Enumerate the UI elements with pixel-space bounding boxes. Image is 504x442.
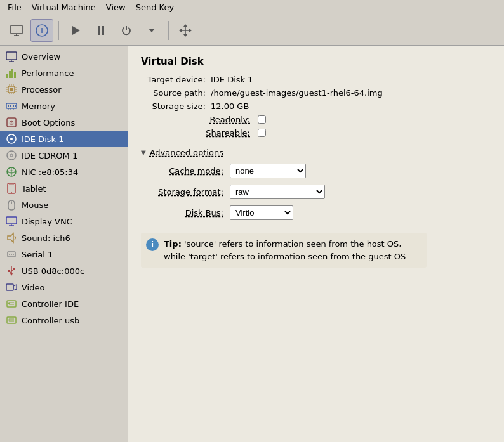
svg-rect-7	[102, 26, 104, 35]
sidebar-item-memory[interactable]: Memory	[0, 98, 128, 114]
svg-rect-39	[13, 105, 14, 107]
sidebar-item-mouse[interactable]: Mouse	[0, 197, 128, 213]
sidebar-item-video[interactable]: Video	[0, 279, 128, 296]
sidebar-label-sound: Sound: ich6	[22, 233, 70, 243]
sidebar-item-serial-1[interactable]: Serial 1	[0, 246, 128, 263]
svg-rect-20	[11, 69, 13, 78]
content-area: Virtual Disk Target device: IDE Disk 1 S…	[128, 46, 504, 442]
sidebar-label-serial-1: Serial 1	[22, 250, 53, 259]
svg-marker-5	[72, 26, 80, 35]
move-button[interactable]	[174, 19, 197, 42]
sidebar-item-sound[interactable]: Sound: ich6	[0, 230, 128, 246]
tablet-icon	[5, 182, 18, 195]
performance-icon	[5, 67, 18, 79]
menu-virtual-machine[interactable]: Virtual Machine	[27, 1, 101, 13]
info-icon: i	[35, 23, 49, 37]
sidebar-item-controller-usb[interactable]: Controller usb	[0, 312, 128, 328]
page-title: Virtual Disk	[141, 56, 491, 67]
sidebar-item-display-vnc[interactable]: Display VNC	[0, 213, 128, 230]
svg-point-64	[13, 254, 14, 255]
tip-body: 'source' refers to information seen from…	[164, 239, 406, 261]
advanced-toggle[interactable]: ▼ Advanced options	[141, 148, 491, 157]
storage-size-row: Storage size: 12.00 GB	[141, 101, 491, 111]
cache-mode-select[interactable]: none default writethrough writeback dire…	[230, 164, 306, 178]
toolbar-separator-2	[168, 21, 169, 40]
shareable-checkbox[interactable]	[258, 129, 266, 137]
sidebar-item-usb[interactable]: USB 0d8c:000c	[0, 263, 128, 279]
mouse-icon	[5, 198, 18, 211]
menubar: File Virtual Machine View Send Key	[0, 0, 504, 15]
target-device-value: IDE Disk 1	[211, 75, 253, 84]
disk-bus-row: Disk Bus: Virtio IDE SCSI USB SD	[154, 205, 491, 220]
svg-rect-23	[10, 88, 13, 91]
shareable-label: Shareable:	[185, 128, 255, 138]
menu-file[interactable]: File	[3, 1, 27, 13]
svg-rect-19	[9, 71, 11, 78]
pause-button[interactable]	[90, 19, 112, 42]
svg-rect-37	[8, 105, 9, 107]
power-dropdown-button[interactable]	[140, 19, 163, 42]
sidebar-label-overview: Overview	[22, 52, 60, 62]
sidebar-item-ide-cdrom-1[interactable]: IDE CDROM 1	[0, 147, 128, 164]
play-icon	[69, 24, 82, 37]
storage-format-select[interactable]: raw qcow2 vmdk vdi bochs	[230, 185, 325, 199]
source-path-label: Source path:	[141, 88, 211, 98]
advanced-toggle-label: Advanced options	[150, 148, 223, 157]
svg-rect-71	[6, 284, 13, 290]
sidebar-item-nic[interactable]: NIC :e8:05:34	[0, 164, 128, 180]
sidebar-label-controller-ide: Controller IDE	[22, 299, 79, 309]
boot-options-icon: ⚙	[5, 116, 18, 129]
sidebar-label-usb: USB 0d8c:000c	[22, 266, 84, 276]
sidebar-label-processor: Processor	[22, 85, 62, 94]
play-button[interactable]	[64, 19, 87, 42]
disk-bus-label: Disk Bus:	[154, 208, 230, 218]
svg-marker-11	[183, 24, 187, 27]
svg-rect-6	[98, 26, 100, 35]
svg-marker-14	[189, 29, 192, 32]
sidebar-label-display-vnc: Display VNC	[22, 217, 72, 226]
memory-icon	[5, 100, 18, 112]
advanced-triangle-icon: ▼	[141, 149, 146, 156]
svg-marker-8	[149, 29, 155, 32]
readonly-checkbox[interactable]	[258, 115, 266, 124]
sidebar-item-overview[interactable]: Overview	[0, 48, 128, 65]
sidebar-item-processor[interactable]: Processor	[0, 81, 128, 98]
source-path-row: Source path: /home/guest-images/guest1-r…	[141, 88, 491, 98]
sidebar-label-ide-cdrom-1: IDE CDROM 1	[22, 151, 77, 160]
svg-text:i: i	[41, 27, 43, 34]
info-button[interactable]: i	[30, 19, 53, 42]
svg-rect-0	[11, 25, 22, 34]
menu-send-key[interactable]: Send Key	[131, 1, 179, 13]
storage-format-row: Storage format: raw qcow2 vmdk vdi bochs	[154, 185, 491, 199]
target-device-row: Target device: IDE Disk 1	[141, 75, 491, 84]
power-button[interactable]	[115, 19, 138, 42]
svg-rect-73	[7, 301, 16, 307]
monitor-icon	[10, 23, 23, 37]
sidebar-item-tablet[interactable]: Tablet	[0, 180, 128, 197]
sidebar-label-video: Video	[22, 283, 44, 292]
svg-text:⚙: ⚙	[9, 120, 14, 126]
ide-disk-1-icon	[5, 133, 18, 145]
target-device-label: Target device:	[141, 75, 211, 84]
svg-rect-57	[6, 217, 17, 224]
disk-bus-select[interactable]: Virtio IDE SCSI USB SD	[230, 205, 293, 220]
shareable-row: Shareable:	[185, 128, 491, 138]
usb-icon	[5, 264, 18, 277]
sidebar-item-controller-ide[interactable]: Controller IDE	[0, 296, 128, 312]
monitor-button[interactable]	[5, 19, 28, 42]
advanced-section: ▼ Advanced options Cache mode: none defa…	[141, 148, 491, 220]
storage-format-label: Storage format:	[154, 187, 230, 197]
tip-text: Tip: 'source' refers to information seen…	[164, 238, 421, 263]
cache-mode-row: Cache mode: none default writethrough wr…	[154, 164, 491, 178]
pause-icon	[95, 24, 107, 37]
toolbar: i	[0, 15, 504, 46]
sidebar-item-ide-disk-1[interactable]: IDE Disk 1	[0, 131, 128, 147]
toolbar-separator-1	[58, 21, 59, 40]
sidebar-label-memory: Memory	[22, 101, 55, 111]
sidebar-label-mouse: Mouse	[22, 200, 48, 210]
svg-rect-18	[6, 74, 8, 78]
storage-size-label: Storage size:	[141, 101, 211, 111]
sidebar-item-boot-options[interactable]: ⚙ Boot Options	[0, 114, 128, 131]
sidebar-item-performance[interactable]: Performance	[0, 65, 128, 81]
menu-view[interactable]: View	[101, 1, 131, 13]
